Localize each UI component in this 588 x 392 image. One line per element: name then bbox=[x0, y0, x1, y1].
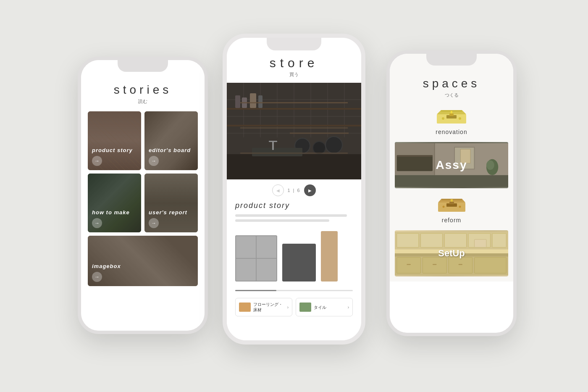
sample-tile-dark[interactable] bbox=[282, 244, 316, 282]
svg-point-31 bbox=[459, 117, 461, 120]
svg-rect-67 bbox=[433, 264, 436, 265]
svg-rect-22 bbox=[252, 148, 302, 156]
stories-subtitle: 読む bbox=[86, 98, 200, 105]
notch-center bbox=[267, 38, 321, 50]
sample-tile-beige[interactable] bbox=[321, 231, 338, 282]
svg-rect-62 bbox=[397, 257, 421, 273]
carousel-next-button[interactable]: ▶ bbox=[304, 184, 316, 196]
tile-cell bbox=[236, 259, 256, 281]
card-arrow-how-to-make[interactable]: → bbox=[92, 218, 102, 228]
notch-left bbox=[118, 60, 168, 72]
svg-rect-16 bbox=[258, 95, 262, 108]
card-arrow-users-report[interactable]: → bbox=[149, 218, 159, 228]
svg-rect-58 bbox=[444, 234, 466, 247]
svg-rect-68 bbox=[459, 264, 462, 265]
phone-left: stories 読む product story → editor's b bbox=[78, 57, 208, 334]
store-samples bbox=[227, 224, 361, 288]
text-line-2 bbox=[235, 219, 329, 222]
svg-rect-12 bbox=[227, 125, 361, 126]
svg-rect-21 bbox=[227, 154, 361, 179]
flooring-icon bbox=[239, 303, 251, 312]
svg-point-43 bbox=[486, 160, 494, 170]
category-arrow-flooring: › bbox=[287, 305, 289, 310]
card-arrow-editors-board[interactable]: → bbox=[149, 156, 159, 166]
card-label-editors-board: editor's board bbox=[149, 147, 194, 153]
spaces-subtitle: つくる bbox=[395, 92, 508, 98]
category-arrow-tile: › bbox=[348, 305, 349, 310]
svg-rect-14 bbox=[242, 97, 247, 108]
svg-rect-24 bbox=[269, 141, 277, 142]
setup-label: SetUp bbox=[438, 248, 465, 259]
arrow-icon: → bbox=[94, 220, 100, 226]
tile-cell bbox=[257, 259, 276, 281]
svg-rect-11 bbox=[227, 108, 361, 110]
card-label-users-report: user's report bbox=[149, 209, 194, 216]
sample-tile-gray-grid[interactable] bbox=[235, 235, 277, 282]
tile-icon bbox=[299, 303, 311, 312]
card-label-imagebox: imagebox bbox=[92, 263, 194, 269]
svg-rect-32 bbox=[451, 111, 452, 113]
spaces-title: spaces bbox=[395, 77, 508, 90]
prev-icon: ◀ bbox=[276, 188, 280, 193]
card-label-product-story: product story bbox=[92, 147, 137, 153]
svg-rect-69 bbox=[474, 239, 486, 247]
stories-title: stories bbox=[86, 83, 200, 97]
svg-rect-65 bbox=[474, 257, 506, 273]
svg-rect-60 bbox=[492, 234, 506, 247]
assy-label: Assy bbox=[436, 158, 467, 172]
spaces-screen: spaces つくる bbox=[390, 54, 513, 333]
category-flooring[interactable]: フローリング・床材 › bbox=[235, 298, 292, 316]
story-card-how-to-make[interactable]: how to make → bbox=[88, 174, 141, 232]
card-arrow-product-story[interactable]: → bbox=[92, 156, 102, 166]
svg-rect-29 bbox=[449, 113, 454, 116]
card-label-how-to-make: how to make bbox=[92, 209, 137, 216]
store-categories: フローリング・床材 › タイル › bbox=[227, 293, 361, 316]
reform-icon bbox=[436, 196, 467, 215]
carousel-controls: ◀ 1 | 6 ▶ bbox=[227, 179, 361, 200]
svg-rect-57 bbox=[421, 234, 443, 247]
renovation-icon bbox=[435, 107, 468, 127]
category-tile[interactable]: タイル › bbox=[296, 298, 353, 316]
svg-rect-49 bbox=[449, 202, 454, 204]
renovation-section: renovation bbox=[395, 103, 508, 142]
store-subtitle: 買う bbox=[227, 71, 361, 78]
story-card-users-report[interactable]: user's report → bbox=[144, 174, 198, 232]
carousel-counter: 1 | 6 bbox=[287, 188, 300, 193]
next-icon: ▶ bbox=[308, 188, 312, 193]
setup-image[interactable]: SetUp bbox=[395, 230, 508, 276]
phone-right: spaces つくる bbox=[386, 50, 517, 336]
svg-rect-64 bbox=[449, 257, 472, 273]
store-title: store bbox=[227, 56, 361, 70]
category-label-tile: タイル bbox=[314, 305, 326, 310]
assy-image[interactable]: Assy bbox=[395, 142, 508, 188]
reform-icon-wrapper bbox=[395, 196, 508, 215]
story-card-product-story[interactable]: product story → bbox=[88, 111, 141, 170]
tile-cell bbox=[236, 236, 256, 258]
story-card-editors-board[interactable]: editor's board → bbox=[144, 111, 198, 170]
svg-point-30 bbox=[442, 117, 444, 120]
card-arrow-imagebox[interactable]: → bbox=[92, 272, 102, 282]
svg-rect-41 bbox=[397, 155, 433, 157]
arrow-icon: → bbox=[94, 158, 100, 164]
reform-label: reform bbox=[395, 217, 508, 224]
text-line-1 bbox=[235, 214, 347, 217]
svg-marker-35 bbox=[395, 175, 508, 187]
svg-rect-13 bbox=[235, 95, 240, 108]
svg-rect-23 bbox=[272, 142, 274, 150]
store-description bbox=[227, 214, 361, 222]
svg-rect-56 bbox=[397, 234, 419, 247]
svg-rect-40 bbox=[397, 155, 433, 171]
category-label-flooring: フローリング・床材 bbox=[253, 302, 283, 313]
carousel-prev-button[interactable]: ◀ bbox=[272, 184, 284, 196]
arrow-icon: → bbox=[94, 274, 100, 280]
svg-point-51 bbox=[459, 206, 461, 208]
tile-cell bbox=[257, 236, 276, 258]
renovation-label: renovation bbox=[395, 129, 508, 135]
card-overlay: user's report → bbox=[144, 174, 198, 232]
svg-rect-15 bbox=[250, 93, 256, 108]
svg-point-50 bbox=[442, 206, 444, 208]
kitchen-illustration bbox=[227, 83, 361, 179]
story-card-imagebox[interactable]: imagebox → bbox=[88, 236, 198, 286]
card-overlay: imagebox → bbox=[88, 236, 198, 286]
svg-rect-52 bbox=[451, 199, 453, 202]
